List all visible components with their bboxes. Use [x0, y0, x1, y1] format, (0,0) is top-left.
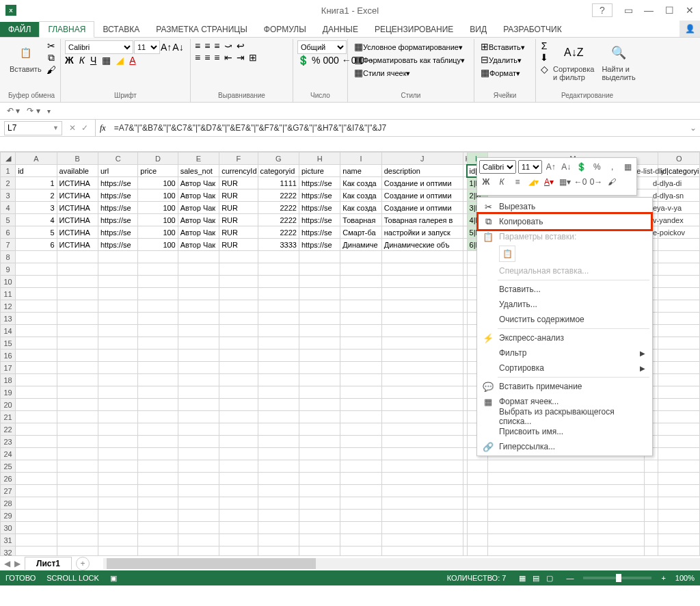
cell[interactable]: [138, 399, 178, 411]
cell[interactable]: [381, 399, 463, 411]
cell[interactable]: [178, 534, 219, 546]
cell[interactable]: https://se: [299, 239, 340, 251]
cell[interactable]: [258, 534, 299, 546]
cell[interactable]: 100: [138, 177, 178, 189]
cell[interactable]: [219, 448, 258, 460]
cell[interactable]: [57, 473, 98, 485]
row-header[interactable]: 27: [1, 485, 16, 497]
cell[interactable]: [98, 522, 137, 534]
tab-home[interactable]: ГЛАВНАЯ: [39, 21, 94, 38]
cell[interactable]: [98, 313, 137, 325]
cell[interactable]: [381, 386, 463, 399]
cell[interactable]: [658, 497, 700, 510]
cell[interactable]: [138, 473, 178, 485]
cell[interactable]: [138, 448, 178, 460]
cell[interactable]: [16, 473, 57, 485]
cell[interactable]: id: [16, 165, 57, 177]
cell[interactable]: https://se: [98, 214, 137, 226]
fill-color-button[interactable]: ◢: [116, 55, 124, 66]
number-format-combo[interactable]: Общий: [297, 40, 347, 54]
col-header[interactable]: B: [57, 153, 98, 165]
tab-data[interactable]: ДАННЫЕ: [314, 22, 366, 37]
mini-increase-font-icon[interactable]: A↑: [544, 160, 558, 174]
cell[interactable]: [98, 485, 137, 497]
cell[interactable]: [340, 325, 381, 337]
tab-formulas[interactable]: ФОРМУЛЫ: [256, 22, 314, 37]
cell[interactable]: Товарная галерея в: [381, 214, 463, 226]
view-buttons[interactable]: ▦▤▢: [515, 574, 556, 583]
tab-view[interactable]: ВИД: [461, 22, 495, 37]
cell[interactable]: [258, 362, 299, 374]
cell[interactable]: [340, 276, 381, 288]
cell[interactable]: ИСТИНА: [57, 189, 98, 202]
cell[interactable]: [258, 313, 299, 325]
cell[interactable]: [467, 534, 487, 546]
cell[interactable]: [219, 374, 258, 386]
percent-icon[interactable]: %: [312, 55, 320, 66]
cell[interactable]: [381, 448, 463, 460]
cell[interactable]: [219, 399, 258, 411]
cell[interactable]: [258, 510, 299, 522]
row-header[interactable]: 21: [1, 411, 16, 423]
cell[interactable]: [57, 510, 98, 522]
cell[interactable]: [98, 473, 137, 485]
cell[interactable]: [340, 411, 381, 423]
cell[interactable]: Как созда: [340, 189, 381, 202]
cell[interactable]: [57, 288, 98, 300]
align-top-icon[interactable]: ≡: [195, 40, 200, 51]
cell[interactable]: [487, 522, 645, 534]
cell[interactable]: RUR: [219, 202, 258, 214]
cell[interactable]: [645, 460, 658, 473]
ribbon-display-button[interactable]: ▭: [618, 3, 638, 17]
cell[interactable]: [340, 436, 381, 448]
cell[interactable]: [340, 485, 381, 497]
cell[interactable]: 3: [16, 202, 57, 214]
row-header[interactable]: 15: [1, 337, 16, 350]
ctx-copy[interactable]: ⧉Копировать: [479, 214, 651, 229]
formula-expand-icon[interactable]: ⌄: [686, 123, 700, 133]
cell[interactable]: [381, 300, 463, 313]
cell[interactable]: [645, 485, 658, 497]
cell[interactable]: [299, 411, 340, 423]
cell[interactable]: [381, 522, 463, 534]
cell[interactable]: Как созда: [340, 177, 381, 189]
cell[interactable]: [138, 374, 178, 386]
cell[interactable]: [16, 423, 57, 436]
cell[interactable]: [138, 350, 178, 362]
cell[interactable]: RUR: [219, 189, 258, 202]
cell[interactable]: [138, 411, 178, 423]
cell[interactable]: 2222: [258, 214, 299, 226]
cell[interactable]: [16, 300, 57, 313]
underline-button[interactable]: Ч: [90, 55, 96, 66]
cell[interactable]: [98, 546, 137, 556]
row-header[interactable]: 11: [1, 288, 16, 300]
tab-review[interactable]: РЕЦЕНЗИРОВАНИЕ: [366, 22, 461, 37]
cell[interactable]: [658, 251, 700, 263]
cell[interactable]: [258, 276, 299, 288]
help-button[interactable]: ?: [592, 3, 612, 17]
cell[interactable]: [57, 300, 98, 313]
cell[interactable]: [258, 485, 299, 497]
row-header[interactable]: 18: [1, 374, 16, 386]
ctx-define-name[interactable]: Присвоить имя...: [479, 424, 651, 439]
cell[interactable]: [16, 350, 57, 362]
redo-button[interactable]: ↷ ▾: [27, 106, 40, 116]
cell[interactable]: [57, 276, 98, 288]
col-header[interactable]: H: [299, 153, 340, 165]
cell[interactable]: [467, 473, 487, 485]
cell[interactable]: [98, 436, 137, 448]
cell[interactable]: [258, 522, 299, 534]
mini-italic-button[interactable]: К: [495, 175, 509, 189]
cell[interactable]: [658, 300, 700, 313]
increase-indent-icon[interactable]: ⇥: [237, 52, 245, 63]
cell[interactable]: [16, 337, 57, 350]
cell[interactable]: [299, 386, 340, 399]
cell[interactable]: 3333: [258, 239, 299, 251]
cell[interactable]: [16, 374, 57, 386]
cell[interactable]: [219, 522, 258, 534]
cell[interactable]: [138, 313, 178, 325]
cell[interactable]: [340, 448, 381, 460]
row-header[interactable]: 32: [1, 546, 16, 556]
cell[interactable]: [487, 485, 645, 497]
row-header[interactable]: 26: [1, 473, 16, 485]
